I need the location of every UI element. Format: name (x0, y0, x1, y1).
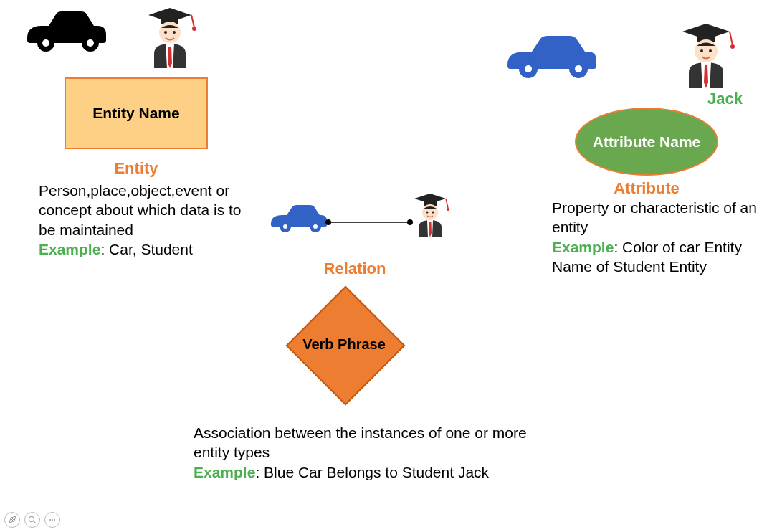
attribute-description: Property or characteristic of an entity … (552, 198, 767, 276)
student-icon-attribute (674, 18, 738, 92)
svg-line-15 (730, 32, 733, 45)
svg-point-6 (192, 27, 196, 31)
student-icon-relation (409, 190, 452, 243)
jack-label: Jack (707, 90, 743, 108)
car-blue-icon-attribute (495, 29, 602, 92)
relation-shape-label: Verb Phrase (302, 336, 386, 352)
more-tool-icon[interactable] (44, 512, 60, 528)
zoom-tool-icon[interactable] (24, 512, 40, 528)
entity-title: Entity (65, 159, 208, 178)
svg-point-36 (52, 519, 53, 521)
svg-point-23 (313, 224, 318, 229)
svg-point-9 (173, 31, 176, 34)
svg-point-19 (709, 49, 712, 52)
pen-tool-icon[interactable] (4, 512, 20, 528)
student-icon-entity (140, 2, 201, 73)
svg-point-8 (164, 31, 167, 34)
attribute-shape: Attribute Name (575, 108, 718, 176)
svg-point-3 (87, 39, 94, 47)
relation-title: Relation (301, 260, 409, 278)
entity-shape-label: Entity Name (92, 105, 179, 122)
svg-line-34 (34, 521, 36, 523)
svg-point-18 (700, 49, 703, 52)
svg-point-35 (49, 519, 51, 521)
svg-point-33 (29, 517, 34, 522)
svg-point-1 (42, 39, 49, 47)
svg-line-28 (446, 199, 448, 208)
svg-point-13 (575, 65, 582, 72)
relation-description: Association between the instances of one… (194, 423, 530, 482)
attribute-shape-label: Attribute Name (593, 133, 701, 150)
svg-point-37 (54, 519, 55, 521)
car-black-icon (13, 6, 110, 66)
svg-line-5 (191, 15, 194, 27)
car-blue-icon-relation (264, 201, 328, 243)
entity-description: Person,place,object,event or concept abo… (39, 181, 247, 259)
presentation-toolbar (4, 512, 60, 528)
entity-shape: Entity Name (65, 77, 208, 149)
attribute-title: Attribute (575, 179, 718, 198)
svg-point-11 (525, 65, 532, 72)
svg-point-29 (447, 208, 449, 211)
svg-point-32 (432, 212, 434, 214)
svg-point-16 (730, 44, 735, 49)
svg-point-25 (325, 219, 331, 225)
svg-point-31 (426, 212, 429, 214)
relation-shape: Verb Phrase (287, 287, 401, 402)
relation-connector (323, 215, 416, 229)
svg-point-21 (283, 224, 287, 229)
